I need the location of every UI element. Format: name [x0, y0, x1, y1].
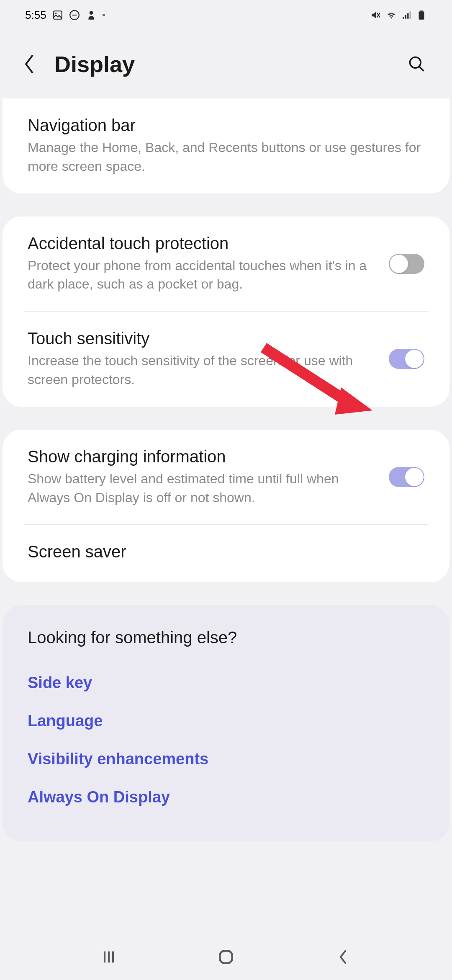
back-button[interactable]: [21, 52, 38, 77]
mute-vibrate-icon: [371, 10, 382, 21]
setting-title: Show charging information: [28, 447, 376, 466]
link-language[interactable]: Language: [28, 702, 424, 740]
setting-touch-sensitivity[interactable]: Touch sensitivity Increase the touch sen…: [23, 311, 429, 407]
settings-card-display: Show charging information Show battery l…: [3, 430, 449, 583]
touch-sensitivity-toggle[interactable]: [389, 349, 424, 369]
link-aod[interactable]: Always On Display: [28, 778, 424, 816]
settings-card-navigation: Navigation bar Manage the Home, Back, an…: [3, 98, 449, 193]
page-title: Display: [54, 51, 390, 77]
svg-line-14: [419, 67, 424, 71]
nav-recents-button[interactable]: [96, 944, 121, 970]
link-visibility[interactable]: Visibility enhancements: [28, 740, 424, 778]
setting-content: Screen saver: [28, 542, 424, 565]
svg-rect-7: [403, 17, 404, 18]
image-icon: [52, 10, 63, 21]
svg-rect-12: [420, 10, 423, 11]
setting-desc: Protect your phone from accidental touch…: [28, 256, 376, 294]
accidental-touch-toggle[interactable]: [389, 254, 424, 274]
chevron-left-icon: [23, 54, 35, 74]
link-side-key[interactable]: Side key: [28, 664, 424, 702]
status-right: [371, 10, 427, 21]
recents-icon: [100, 949, 117, 965]
search-icon: [408, 55, 426, 73]
setting-screen-saver[interactable]: Screen saver: [23, 524, 429, 582]
svg-rect-8: [405, 15, 406, 19]
page-header: Display: [0, 30, 452, 98]
setting-desc: Manage the Home, Back, and Recents butto…: [28, 138, 424, 176]
signal-icon: [401, 10, 412, 21]
charging-info-toggle[interactable]: [389, 467, 424, 487]
setting-title: Screen saver: [28, 542, 424, 561]
back-icon: [336, 948, 350, 966]
status-time: 5:55: [25, 9, 46, 22]
setting-charging-info[interactable]: Show charging information Show battery l…: [3, 430, 449, 525]
setting-content: Accidental touch protection Protect your…: [28, 234, 376, 294]
setting-desc: Increase the touch sensitivity of the sc…: [28, 351, 376, 389]
svg-point-1: [55, 13, 56, 14]
wifi-icon: [386, 10, 397, 21]
setting-desc: Show battery level and estimated time un…: [28, 469, 376, 507]
looking-title: Looking for something else?: [28, 628, 424, 647]
setting-content: Navigation bar Manage the Home, Back, an…: [28, 116, 424, 176]
home-icon: [217, 948, 235, 966]
svg-rect-9: [407, 13, 408, 19]
svg-point-4: [89, 11, 93, 15]
setting-title: Touch sensitivity: [28, 329, 376, 348]
setting-title: Accidental touch protection: [28, 234, 376, 253]
svg-rect-10: [410, 11, 411, 18]
setting-content: Touch sensitivity Increase the touch sen…: [28, 329, 376, 389]
setting-content: Show charging information Show battery l…: [28, 447, 376, 507]
svg-rect-0: [54, 11, 62, 19]
status-dot-icon: [103, 14, 105, 16]
battery-icon: [416, 10, 427, 21]
person-icon: [86, 10, 97, 21]
status-left: 5:55: [25, 9, 105, 22]
setting-title: Navigation bar: [28, 116, 424, 135]
dnd-icon: [69, 10, 80, 21]
svg-rect-21: [220, 951, 232, 963]
setting-accidental-touch[interactable]: Accidental touch protection Protect your…: [3, 217, 449, 312]
setting-navigation-bar[interactable]: Navigation bar Manage the Home, Back, an…: [3, 98, 449, 193]
svg-rect-11: [419, 11, 424, 20]
status-bar: 5:55: [0, 0, 452, 30]
settings-card-touch: Accidental touch protection Protect your…: [3, 217, 449, 407]
svg-point-13: [410, 57, 421, 68]
navigation-bar: [0, 934, 452, 980]
search-button[interactable]: [407, 54, 427, 74]
looking-for-card: Looking for something else? Side key Lan…: [3, 605, 449, 841]
nav-back-button[interactable]: [331, 944, 356, 970]
nav-home-button[interactable]: [213, 944, 239, 970]
